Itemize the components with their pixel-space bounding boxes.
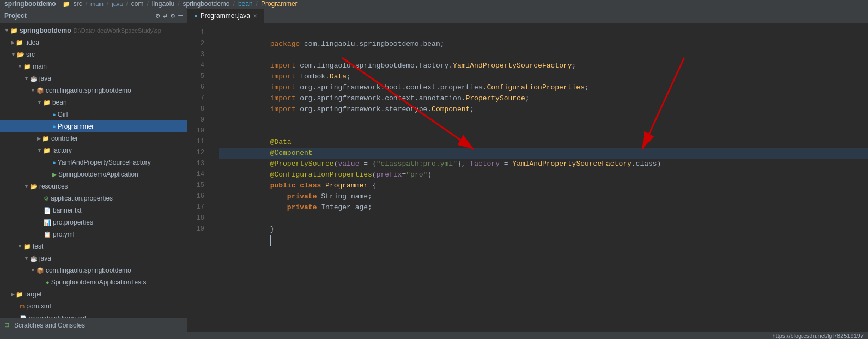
sidebar-bottom[interactable]: ⊞ Scratches and Consoles — [0, 318, 187, 332]
settings-icon[interactable]: ⚙ — [156, 11, 160, 20]
status-bar: https://blog.csdn.net/lgl782519197 — [0, 332, 868, 339]
sidebar-header-icons: ⚙ ⇄ ⚙ — — [156, 11, 183, 20]
code-line-1: package com.lingaolu.springbootdemo.bean… — [219, 28, 868, 39]
tree-item-springapp[interactable]: ▶ SpringbootdemoApplication — [0, 168, 187, 180]
tree-item-com[interactable]: ▼ 📦 com.lingaolu.springbootdemo — [0, 84, 187, 96]
tree-item-java[interactable]: ▼ ☕ java — [0, 72, 187, 84]
tree-item-src[interactable]: ▼ 📂 src — [0, 49, 187, 60]
gear-icon[interactable]: ⚙ — [171, 11, 175, 20]
arrow-icon: ▼ — [17, 244, 22, 249]
tree-item-springbootdemo[interactable]: ▼ 📁 springbootdemo D:\Data\IdeaWorkSpace… — [0, 25, 187, 37]
programmer-class-icon: ● — [52, 123, 56, 130]
bc-springbootdemo: springbootdemo — [183, 0, 229, 8]
idea-folder-icon: 📁 — [16, 39, 23, 46]
package-icon: 📦 — [37, 87, 44, 94]
arrow-icon: ▶ — [11, 40, 15, 45]
main-folder-icon: 📁 — [23, 63, 31, 70]
arrow-icon: ▼ — [11, 52, 16, 57]
project-folder-icon: 📁 — [10, 27, 18, 34]
tree-item-girl[interactable]: ● Girl — [0, 108, 187, 120]
tree-item-testclass[interactable]: ● SpringbootdemoApplicationTests — [0, 276, 187, 288]
propsprops-icon: 📊 — [44, 219, 51, 226]
tree-item-yamlfactory[interactable]: ● YamlAndPropertySourceFactory — [0, 156, 187, 168]
test-package-icon: 📦 — [37, 267, 44, 274]
tree-item-pomxml[interactable]: m pom.xml — [0, 300, 187, 312]
tree-item-main[interactable]: ▼ 📁 main — [0, 60, 187, 72]
tree-item-bean[interactable]: ▼ 📁 bean — [0, 96, 187, 108]
springapp-class-icon: ▶ — [52, 171, 57, 178]
arrow-icon: ▼ — [37, 148, 42, 153]
arrow-icon: ▼ — [31, 268, 35, 273]
arrow-icon: ▼ — [24, 76, 29, 81]
tree-item-test[interactable]: ▼ 📁 test — [0, 240, 187, 252]
bc-bean: bean — [238, 0, 253, 8]
minimize-icon[interactable]: — — [178, 11, 183, 20]
code-line-3: import com.lingaolu.springbootdemo.facto… — [219, 50, 868, 60]
arrow-icon: ▼ — [37, 100, 42, 105]
arrow-icon: ▼ — [24, 256, 29, 261]
code-line-11: @Component — [219, 137, 868, 148]
arrow-icon: ▶ — [37, 136, 41, 141]
tree-item-resources[interactable]: ▼ 📂 resources — [0, 180, 187, 192]
code-line-12: @PropertySource(value = {"classpath:pro.… — [219, 148, 868, 159]
tree-item-programmer[interactable]: ● Programmer — [0, 120, 187, 132]
tree-item-test-java[interactable]: ▼ ☕ java — [0, 252, 187, 264]
arrow-icon: ▼ — [31, 88, 35, 93]
code-editor[interactable]: 1 2 3 4 5 6 7 8 9 10 11 12 13 14 15 16 1 — [187, 23, 868, 332]
editor-tabs: ● Programmer.java ✕ — [187, 8, 868, 23]
tab-label: Programmer.java — [201, 12, 250, 20]
status-url: https://blog.csdn.net/lgl782519197 — [772, 332, 864, 339]
tree-item-proprops[interactable]: 📊 pro.properties — [0, 216, 187, 228]
src-icon: 📁 — [63, 1, 70, 8]
tree-item-test-com[interactable]: ▼ 📦 com.lingaolu.springbootdemo — [0, 264, 187, 276]
code-line-18: } — [219, 213, 868, 224]
code-line-9 — [219, 115, 868, 126]
code-line-10: @Data — [219, 126, 868, 137]
txt-icon: 📄 — [44, 207, 51, 214]
tab-class-icon: ● — [194, 13, 198, 19]
tree-item-banner[interactable]: 📄 banner.txt — [0, 204, 187, 216]
line-numbers: 1 2 3 4 5 6 7 8 9 10 11 12 13 14 15 16 1 — [187, 23, 210, 332]
yaml-class-icon: ● — [52, 159, 56, 166]
layout-icon[interactable]: ⇄ — [163, 11, 168, 20]
bc-lingaolu: lingaolu — [152, 0, 174, 8]
tree-item-appprops[interactable]: ⚙ application.properties — [0, 192, 187, 204]
tree-item-idea[interactable]: ▶ 📁 .idea — [0, 37, 187, 49]
tree-item-iml[interactable]: 📄 springbootdemo.iml — [0, 312, 187, 318]
bean-folder-icon: 📁 — [43, 99, 51, 106]
tree-item-factory[interactable]: ▼ 📁 factory — [0, 144, 187, 156]
res-folder-icon: 📂 — [30, 183, 38, 190]
sidebar-title: Project — [4, 12, 27, 20]
bc-programmer: Programmer — [261, 0, 298, 8]
tree-item-target[interactable]: ▶ 📁 target — [0, 288, 187, 300]
tree-item-controller[interactable]: ▶ 📁 controller — [0, 132, 187, 144]
target-folder-icon: 📁 — [16, 291, 23, 298]
bc-com: com — [131, 0, 144, 8]
tab-close-button[interactable]: ✕ — [253, 13, 257, 19]
bc-java: java — [112, 1, 123, 7]
code-line-19 — [219, 224, 868, 235]
title-bar: springbootdemo 📁 src / main / java / com… — [0, 0, 868, 8]
girl-class-icon: ● — [52, 111, 56, 118]
factory-folder-icon: 📁 — [43, 147, 51, 154]
breadcrumb: 📁 src / main / java / com / lingaolu / s… — [63, 0, 298, 8]
test-java-icon: ☕ — [30, 255, 38, 262]
yml-icon: 📋 — [44, 231, 51, 238]
tree-item-proyml[interactable]: 📋 pro.yml — [0, 228, 187, 240]
arrow-icon: ▼ — [17, 64, 22, 69]
sidebar-header: Project ⚙ ⇄ ⚙ — — [0, 8, 187, 23]
sidebar-tree: ▼ 📁 springbootdemo D:\Data\IdeaWorkSpace… — [0, 23, 187, 318]
java-folder-icon: ☕ — [30, 75, 38, 82]
bc-src: src — [74, 0, 82, 8]
scratches-label: Scratches and Consoles — [14, 322, 85, 329]
project-title: springbootdemo — [4, 0, 56, 8]
bc-main: main — [90, 1, 104, 7]
appprops-icon: ⚙ — [44, 195, 49, 202]
scratches-icon: ⊞ — [4, 322, 9, 329]
testclass-icon: ● — [46, 279, 50, 286]
arrow-icon: ▼ — [24, 184, 29, 189]
maven-icon: m — [20, 303, 25, 310]
ctrl-folder-icon: 📁 — [42, 135, 50, 142]
editor-tab-programmer[interactable]: ● Programmer.java ✕ — [187, 9, 264, 23]
code-content[interactable]: package com.lingaolu.springbootdemo.bean… — [210, 23, 868, 332]
